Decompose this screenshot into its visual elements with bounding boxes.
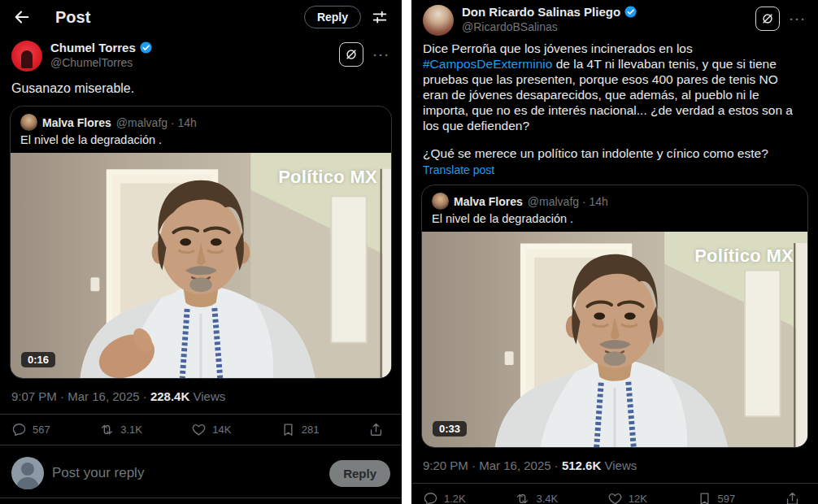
left-author-row: Chumel Torres @ChumelTorres ··· [0,34,402,75]
verified-badge-icon [624,5,637,19]
author-handle[interactable]: @ChumelTorres [50,56,339,69]
like-action[interactable]: 12K [607,491,647,504]
post-body: Dice Perroña que los jóvenes incinerados… [411,39,818,161]
bookmark-icon [697,491,712,504]
default-avatar-icon [11,457,44,489]
like-icon [607,491,623,504]
reply-count: 1.2K [444,493,466,504]
views-count: 512.6K [562,458,601,472]
quoted-post-card[interactable]: Malva Flores @malvafg · 14h El nivel de … [421,185,808,448]
verified-badge-icon [139,41,153,54]
grok-icon[interactable] [755,7,780,31]
like-action[interactable]: 14K [191,422,231,437]
video-duration-badge: 0:16 [21,352,55,367]
reply-icon [423,491,438,504]
avatar[interactable] [423,5,454,36]
like-count: 12K [629,493,647,504]
reply-action[interactable]: 567 [11,422,50,437]
views-count: 228.4K [150,389,189,403]
quoted-post-card[interactable]: Malva Flores @malvafg · 14h El nivel de … [10,106,392,379]
post-timestamp: 9:20 PM · Mar 16, 2025 · [423,458,559,472]
repost-icon [99,422,115,437]
like-count: 14K [212,424,231,436]
quoted-author-meta: @malvafg · 14h [528,195,608,208]
right-author-row: Don Ricardo Salinas Pliego @RicardoBSali… [411,0,818,39]
reply-count: 567 [33,424,50,436]
repost-action[interactable]: 3.1K [99,422,142,437]
bookmark-icon [281,422,296,437]
post-actions: 1.2K 3.4K 12K 597 [411,484,818,504]
body-paragraph-2: ¿Qué se merece un político tan indolente… [423,146,807,161]
header-reply-button[interactable]: Reply [304,6,361,28]
repost-action[interactable]: 3.4K [515,491,558,504]
sliders-icon[interactable] [371,8,389,26]
author-handle[interactable]: @RicardoBSalinas [462,20,755,33]
page-title: Post [55,8,304,27]
more-icon[interactable]: ··· [373,48,390,62]
divider [0,497,402,498]
right-post-panel: Don Ricardo Salinas Pliego @RicardoBSali… [411,0,818,504]
reply-composer: Post your reply Reply [0,445,402,501]
post-meta-row: 9:20 PM · Mar 16, 2025 · 512.6K Views [411,448,818,484]
share-action[interactable] [368,422,384,437]
translate-post-link[interactable]: Translate post [411,161,818,176]
reply-icon [11,422,27,437]
like-icon [191,422,207,437]
post-timestamp: 9:07 PM · Mar 16, 2025 · [11,389,147,403]
reply-input[interactable]: Post your reply [52,465,321,481]
hashtag-link[interactable]: #CamposDeExterminio [423,57,552,71]
repost-count: 3.1K [120,424,142,436]
post-meta-row: 9:07 PM · Mar 16, 2025 · 228.4K Views [0,379,402,415]
video-watermark: Político MX [694,245,794,267]
repost-count: 3.4K [536,493,558,504]
share-icon [368,422,384,437]
reply-submit-button[interactable]: Reply [329,460,390,487]
quoted-author-meta: @malvafg · 14h [116,116,197,129]
quoted-author-name: Malva Flores [454,195,523,208]
video-watermark: Político MX [278,167,377,188]
bookmark-action[interactable]: 281 [281,422,320,437]
author-name[interactable]: Chumel Torres [50,41,136,54]
views-label: Views [193,389,225,403]
post-body: Gusanazo miserable. [0,75,402,98]
back-arrow-icon[interactable] [13,8,31,26]
video-player[interactable]: Político MX 0:16 [11,153,391,378]
views-label: Views [604,458,637,472]
grok-icon[interactable] [339,42,363,67]
avatar[interactable] [11,41,42,72]
bookmark-action[interactable]: 597 [697,491,736,504]
left-header: Post Reply [0,0,402,34]
author-name[interactable]: Don Ricardo Salinas Pliego [462,5,620,19]
share-action[interactable] [785,491,800,504]
share-icon [785,491,800,504]
video-duration-badge: 0:33 [433,421,467,437]
quoted-avatar [432,193,449,210]
body-text: Dice Perroña que los jóvenes incinerados… [423,41,693,55]
more-icon[interactable]: ··· [790,12,807,26]
video-player[interactable]: Político MX 0:33 [422,232,807,447]
bookmark-count: 281 [302,424,320,436]
post-actions: 567 3.1K 14K 281 [0,415,402,445]
quoted-avatar [20,114,37,131]
reply-action[interactable]: 1.2K [423,491,466,504]
quoted-text: El nivel de la degradación . [11,131,391,153]
bookmark-count: 597 [718,493,736,504]
repost-icon [515,491,530,504]
quoted-author-name: Malva Flores [42,116,111,129]
left-post-panel: Post Reply Chumel Torres @ChumelTorres [0,0,402,504]
quoted-text: El nivel de la degradación . [422,210,807,232]
